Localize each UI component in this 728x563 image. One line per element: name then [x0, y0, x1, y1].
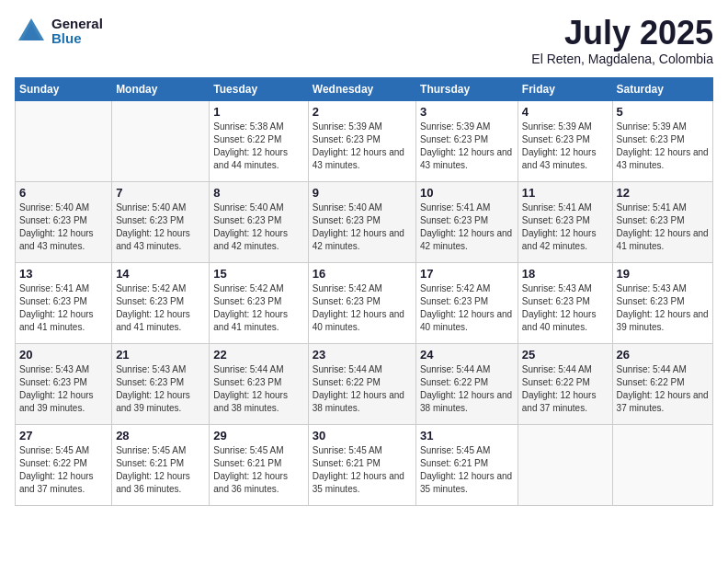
table-row: 18Sunrise: 5:43 AMSunset: 6:23 PMDayligh… — [518, 262, 612, 343]
logo-general-text: General — [51, 17, 103, 32]
day-info: Sunrise: 5:39 AMSunset: 6:23 PMDaylight:… — [617, 121, 709, 172]
day-info: Sunrise: 5:39 AMSunset: 6:23 PMDaylight:… — [313, 121, 412, 172]
day-number: 21 — [116, 348, 205, 362]
day-number: 16 — [313, 267, 412, 281]
day-number: 13 — [19, 267, 108, 281]
day-number: 19 — [617, 267, 709, 281]
day-number: 17 — [420, 267, 514, 281]
day-number: 20 — [19, 348, 108, 362]
day-info: Sunrise: 5:43 AMSunset: 6:23 PMDaylight:… — [617, 282, 709, 334]
location-subtitle: El Reten, Magdalena, Colombia — [531, 52, 713, 66]
day-info: Sunrise: 5:43 AMSunset: 6:23 PMDaylight:… — [116, 363, 205, 415]
table-row: 17Sunrise: 5:42 AMSunset: 6:23 PMDayligh… — [416, 262, 518, 343]
day-number: 30 — [313, 429, 412, 442]
day-number: 7 — [116, 186, 205, 200]
table-row — [518, 424, 612, 505]
day-number: 28 — [116, 429, 205, 442]
table-row: 11Sunrise: 5:41 AMSunset: 6:23 PMDayligh… — [518, 181, 612, 262]
logo-text: General Blue — [51, 17, 103, 47]
day-number: 22 — [213, 348, 303, 362]
month-year-title: July 2025 — [531, 15, 713, 52]
day-number: 29 — [213, 429, 303, 442]
day-info: Sunrise: 5:38 AMSunset: 6:22 PMDaylight:… — [213, 121, 303, 172]
day-info: Sunrise: 5:44 AMSunset: 6:22 PMDaylight:… — [522, 363, 609, 415]
table-row: 3Sunrise: 5:39 AMSunset: 6:23 PMDaylight… — [416, 100, 518, 181]
day-number: 24 — [420, 348, 514, 362]
day-info: Sunrise: 5:42 AMSunset: 6:23 PMDaylight:… — [420, 282, 514, 334]
logo-blue-text: Blue — [51, 31, 103, 47]
table-row: 10Sunrise: 5:41 AMSunset: 6:23 PMDayligh… — [416, 181, 518, 262]
day-info: Sunrise: 5:45 AMSunset: 6:21 PMDaylight:… — [420, 444, 514, 496]
day-number: 4 — [522, 105, 609, 119]
day-info: Sunrise: 5:42 AMSunset: 6:23 PMDaylight:… — [213, 282, 303, 334]
day-info: Sunrise: 5:45 AMSunset: 6:22 PMDaylight:… — [19, 444, 108, 496]
header-thursday: Thursday — [416, 77, 518, 100]
day-info: Sunrise: 5:40 AMSunset: 6:23 PMDaylight:… — [116, 201, 205, 253]
table-row: 8Sunrise: 5:40 AMSunset: 6:23 PMDaylight… — [210, 181, 308, 262]
table-row: 6Sunrise: 5:40 AMSunset: 6:23 PMDaylight… — [16, 181, 112, 262]
day-number: 1 — [213, 105, 303, 119]
day-info: Sunrise: 5:40 AMSunset: 6:23 PMDaylight:… — [213, 201, 303, 253]
day-number: 31 — [420, 429, 514, 442]
table-row: 2Sunrise: 5:39 AMSunset: 6:23 PMDaylight… — [308, 100, 415, 181]
table-row: 1Sunrise: 5:38 AMSunset: 6:22 PMDaylight… — [210, 100, 308, 181]
calendar-week-row: 20Sunrise: 5:43 AMSunset: 6:23 PMDayligh… — [16, 343, 713, 424]
day-number: 27 — [19, 429, 108, 442]
table-row: 21Sunrise: 5:43 AMSunset: 6:23 PMDayligh… — [112, 343, 210, 424]
day-number: 9 — [313, 186, 412, 200]
day-info: Sunrise: 5:44 AMSunset: 6:22 PMDaylight:… — [617, 363, 709, 415]
calendar-week-row: 6Sunrise: 5:40 AMSunset: 6:23 PMDaylight… — [16, 181, 713, 262]
table-row: 14Sunrise: 5:42 AMSunset: 6:23 PMDayligh… — [112, 262, 210, 343]
day-number: 25 — [522, 348, 609, 362]
calendar-header: Sunday Monday Tuesday Wednesday Thursday… — [16, 77, 713, 100]
day-info: Sunrise: 5:43 AMSunset: 6:23 PMDaylight:… — [19, 363, 108, 415]
table-row: 25Sunrise: 5:44 AMSunset: 6:22 PMDayligh… — [518, 343, 612, 424]
calendar-table: Sunday Monday Tuesday Wednesday Thursday… — [15, 77, 713, 506]
day-info: Sunrise: 5:45 AMSunset: 6:21 PMDaylight:… — [313, 444, 412, 496]
table-row: 4Sunrise: 5:39 AMSunset: 6:23 PMDaylight… — [518, 100, 612, 181]
table-row: 19Sunrise: 5:43 AMSunset: 6:23 PMDayligh… — [612, 262, 712, 343]
day-info: Sunrise: 5:41 AMSunset: 6:23 PMDaylight:… — [420, 201, 514, 253]
page-header: General Blue July 2025 El Reten, Magdale… — [15, 15, 713, 66]
calendar-week-row: 13Sunrise: 5:41 AMSunset: 6:23 PMDayligh… — [16, 262, 713, 343]
header-sunday: Sunday — [16, 77, 112, 100]
calendar-body: 1Sunrise: 5:38 AMSunset: 6:22 PMDaylight… — [16, 100, 713, 505]
table-row: 28Sunrise: 5:45 AMSunset: 6:21 PMDayligh… — [112, 424, 210, 505]
table-row: 16Sunrise: 5:42 AMSunset: 6:23 PMDayligh… — [308, 262, 415, 343]
day-info: Sunrise: 5:41 AMSunset: 6:23 PMDaylight:… — [617, 201, 709, 253]
table-row: 9Sunrise: 5:40 AMSunset: 6:23 PMDaylight… — [308, 181, 415, 262]
table-row: 12Sunrise: 5:41 AMSunset: 6:23 PMDayligh… — [612, 181, 712, 262]
day-number: 6 — [19, 186, 108, 200]
day-info: Sunrise: 5:45 AMSunset: 6:21 PMDaylight:… — [116, 444, 205, 496]
header-monday: Monday — [112, 77, 210, 100]
table-row: 5Sunrise: 5:39 AMSunset: 6:23 PMDaylight… — [612, 100, 712, 181]
day-number: 5 — [617, 105, 709, 119]
day-number: 18 — [522, 267, 609, 281]
table-row: 31Sunrise: 5:45 AMSunset: 6:21 PMDayligh… — [416, 424, 518, 505]
day-info: Sunrise: 5:39 AMSunset: 6:23 PMDaylight:… — [522, 121, 609, 172]
day-number: 11 — [522, 186, 609, 200]
day-number: 2 — [313, 105, 412, 119]
day-info: Sunrise: 5:44 AMSunset: 6:23 PMDaylight:… — [213, 363, 303, 415]
day-number: 12 — [617, 186, 709, 200]
day-info: Sunrise: 5:41 AMSunset: 6:23 PMDaylight:… — [19, 282, 108, 334]
logo-icon — [15, 15, 48, 48]
weekday-header-row: Sunday Monday Tuesday Wednesday Thursday… — [16, 77, 713, 100]
day-info: Sunrise: 5:40 AMSunset: 6:23 PMDaylight:… — [313, 201, 412, 253]
header-tuesday: Tuesday — [210, 77, 308, 100]
calendar-week-row: 27Sunrise: 5:45 AMSunset: 6:22 PMDayligh… — [16, 424, 713, 505]
day-number: 10 — [420, 186, 514, 200]
day-info: Sunrise: 5:39 AMSunset: 6:23 PMDaylight:… — [420, 121, 514, 172]
table-row: 24Sunrise: 5:44 AMSunset: 6:22 PMDayligh… — [416, 343, 518, 424]
day-number: 26 — [617, 348, 709, 362]
table-row: 13Sunrise: 5:41 AMSunset: 6:23 PMDayligh… — [16, 262, 112, 343]
title-block: July 2025 El Reten, Magdalena, Colombia — [531, 15, 713, 66]
day-number: 3 — [420, 105, 514, 119]
table-row: 27Sunrise: 5:45 AMSunset: 6:22 PMDayligh… — [16, 424, 112, 505]
day-number: 8 — [213, 186, 303, 200]
table-row: 30Sunrise: 5:45 AMSunset: 6:21 PMDayligh… — [308, 424, 415, 505]
day-info: Sunrise: 5:44 AMSunset: 6:22 PMDaylight:… — [420, 363, 514, 415]
table-row — [112, 100, 210, 181]
table-row: 29Sunrise: 5:45 AMSunset: 6:21 PMDayligh… — [210, 424, 308, 505]
header-friday: Friday — [518, 77, 612, 100]
